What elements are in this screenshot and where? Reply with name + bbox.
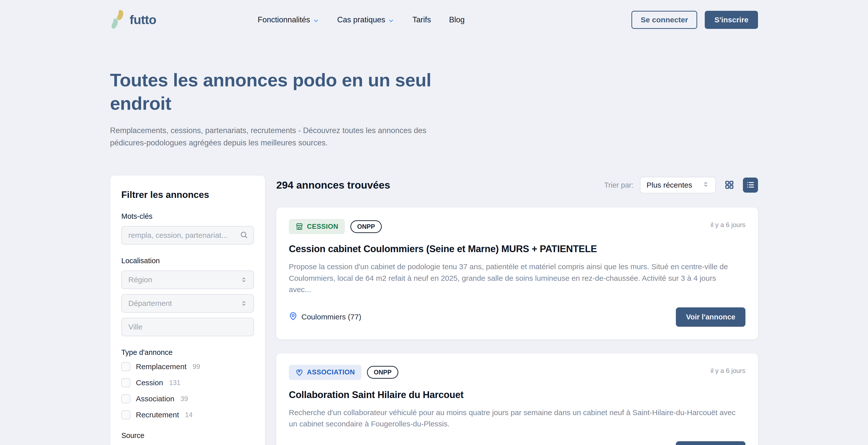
filter-group-source: Source ONPP 118 xyxy=(121,432,254,445)
chevron-down-icon xyxy=(388,17,394,24)
departement-select-value: Département xyxy=(128,299,172,308)
check-count: 99 xyxy=(193,363,200,371)
sort-select[interactable]: Plus récentes xyxy=(640,177,716,193)
main-nav: Fonctionnalités Cas pratiques Tarifs Blo… xyxy=(258,15,465,24)
nav-item-label: Fonctionnalités xyxy=(258,15,310,24)
check-label: Recrutement xyxy=(136,411,179,419)
chevron-down-icon xyxy=(313,17,319,24)
chevrons-up-down-icon xyxy=(702,181,709,190)
region-select-value: Région xyxy=(128,276,152,284)
grid-view-button[interactable] xyxy=(722,178,736,192)
listings-main: 294 annonces trouvées Trier par: Plus ré… xyxy=(276,175,758,445)
card-location-text: Coulommiers (77) xyxy=(301,313,361,321)
list-view-button[interactable] xyxy=(743,178,758,193)
type-label: Type d'annonce xyxy=(121,348,254,357)
departement-select[interactable]: Département xyxy=(121,294,254,313)
nav-item-label: Tarifs xyxy=(412,15,431,24)
region-select[interactable]: Région xyxy=(121,271,254,289)
keywords-input[interactable] xyxy=(121,226,254,245)
ville-input[interactable] xyxy=(121,318,254,336)
source-label: Source xyxy=(121,432,254,440)
card-description: Propose la cession d'un cabinet de podol… xyxy=(289,261,738,295)
map-pin-icon xyxy=(289,312,298,322)
nav-item-cas-pratiques[interactable]: Cas pratiques xyxy=(337,15,394,24)
nav-item-label: Cas pratiques xyxy=(337,15,385,24)
filter-group-type: Type d'annonce Remplacement 99 Cession 1… xyxy=(121,348,254,419)
sort-select-value: Plus récentes xyxy=(647,181,692,189)
type-filter-association[interactable]: Association 39 xyxy=(121,394,254,403)
brand-logo-icon xyxy=(110,9,126,31)
location-label: Localisation xyxy=(121,257,254,265)
type-badge-cession: CESSION xyxy=(289,219,345,234)
type-filter-recrutement[interactable]: Recrutement 14 xyxy=(121,410,254,419)
filter-panel: Filtrer les annonces Mots-clés Localisat… xyxy=(110,175,265,445)
check-count: 131 xyxy=(169,379,180,387)
checkbox[interactable] xyxy=(121,362,130,371)
signup-button[interactable]: S'inscrire xyxy=(705,11,758,29)
results-toolbar: 294 annonces trouvées Trier par: Plus ré… xyxy=(276,177,758,193)
nav-item-fonctionnalites[interactable]: Fonctionnalités xyxy=(258,15,319,24)
filter-group-keywords: Mots-clés xyxy=(121,212,254,245)
page-subtitle: Remplacements, cessions, partenariats, r… xyxy=(110,124,448,149)
check-label: Association xyxy=(136,394,174,403)
check-label: Remplacement xyxy=(136,362,187,371)
checkbox[interactable] xyxy=(121,410,130,419)
card-description: Recherche d'un collaborateur véhiculé po… xyxy=(289,407,738,430)
view-listing-button[interactable]: Voir l'annonce xyxy=(676,441,745,445)
chevrons-up-down-icon xyxy=(240,300,247,307)
results-count: 294 annonces trouvées xyxy=(276,179,390,191)
card-date: il y a 6 jours xyxy=(711,365,745,375)
checkbox[interactable] xyxy=(121,378,130,387)
source-badge: ONPP xyxy=(367,366,398,379)
type-badge-label: CESSION xyxy=(307,223,338,230)
filter-group-location: Localisation Région Département xyxy=(121,257,254,336)
nav-item-tarifs[interactable]: Tarifs xyxy=(412,15,431,24)
brand-name: futto xyxy=(130,12,156,27)
listing-card[interactable]: ASSOCIATION ONPP il y a 6 jours Collabor… xyxy=(276,353,758,445)
auth-buttons: Se connecter S'inscrire xyxy=(631,11,758,29)
hero-section: Toutes les annonces podo en un seul endr… xyxy=(110,68,758,149)
type-filter-remplacement[interactable]: Remplacement 99 xyxy=(121,362,254,371)
sort-label: Trier par: xyxy=(604,181,634,189)
filter-panel-title: Filtrer les annonces xyxy=(121,190,254,200)
type-badge-association: ASSOCIATION xyxy=(289,365,362,380)
type-filter-cession[interactable]: Cession 131 xyxy=(121,378,254,387)
heart-handshake-icon xyxy=(296,369,303,376)
card-location: Coulommiers (77) xyxy=(289,312,361,322)
login-button[interactable]: Se connecter xyxy=(631,11,697,29)
page-title: Toutes les annonces podo en un seul endr… xyxy=(110,68,444,115)
brand-logo[interactable]: futto xyxy=(110,9,156,31)
store-icon xyxy=(296,222,303,230)
source-badge: ONPP xyxy=(350,220,382,233)
search-icon xyxy=(240,231,248,240)
chevrons-up-down-icon xyxy=(240,276,247,283)
view-listing-button[interactable]: Voir l'annonce xyxy=(676,307,745,327)
check-count: 39 xyxy=(180,395,188,403)
list-icon xyxy=(746,180,755,190)
checkbox[interactable] xyxy=(121,394,130,403)
listing-card[interactable]: CESSION ONPP il y a 6 jours Cession cabi… xyxy=(276,208,758,339)
type-badge-label: ASSOCIATION xyxy=(307,369,355,376)
site-header: futto Fonctionnalités Cas pratiques Tari xyxy=(110,0,758,31)
nav-item-blog[interactable]: Blog xyxy=(449,15,465,24)
check-count: 14 xyxy=(185,411,193,419)
keywords-label: Mots-clés xyxy=(121,212,254,221)
grid-icon xyxy=(724,180,735,191)
card-title[interactable]: Collaboration Saint Hilaire du Harcouet xyxy=(289,389,745,400)
nav-item-label: Blog xyxy=(449,15,465,24)
check-label: Cession xyxy=(136,378,163,387)
card-date: il y a 6 jours xyxy=(711,219,745,229)
card-title[interactable]: Cession cabinet Coulommiers (Seine et Ma… xyxy=(289,244,745,254)
